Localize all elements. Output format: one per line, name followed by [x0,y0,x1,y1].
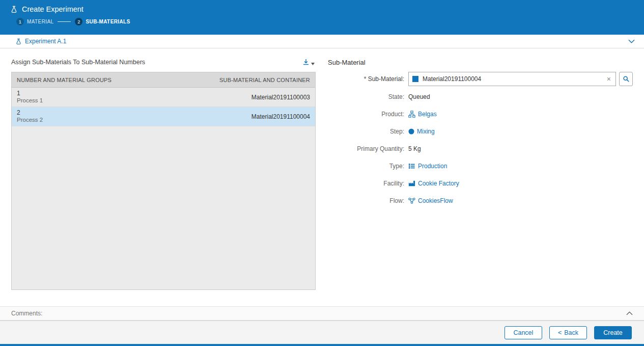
step-connector [58,21,71,22]
assignment-panel-title: Assign Sub-Materials To Sub-Material Num… [11,59,301,66]
step-sub-materials[interactable]: 2 SUB-MATERIALS [75,18,130,25]
wizard-stepper: 1 MATERIAL 2 SUB-MATERIALS [10,18,634,25]
download-icon [302,58,310,66]
clear-icon[interactable]: × [606,75,612,83]
flask-icon [10,6,18,13]
step-value: Mixing [417,128,435,135]
sub-material-input[interactable] [422,75,603,83]
back-button[interactable]: < Back [549,326,587,339]
chevron-up-icon[interactable] [626,311,633,315]
facility-link[interactable]: Cookie Factory [408,180,459,187]
flow-value: CookiesFlow [418,197,453,204]
primary-quantity-label: Primary Quantity: [328,145,404,152]
window-bottom-border [0,344,644,346]
main-content: Assign Sub-Materials To Sub-Material Num… [0,48,644,306]
product-link[interactable]: Belgas [408,111,437,118]
chevron-down-icon[interactable] [628,39,635,43]
detail-panel: Sub-Material * Sub-Material: × [328,48,633,306]
flask-icon [15,38,22,45]
row-number: 2 [17,109,193,116]
row-sub-material: Material20191100004 [198,113,315,120]
sub-material-input-wrap: × [408,72,616,86]
assignment-panel: Assign Sub-Materials To Sub-Material Num… [11,48,316,306]
product-value: Belgas [418,111,437,118]
search-button[interactable] [619,72,633,86]
hierarchy-icon [408,111,415,118]
table-row[interactable]: 1 Process 1 Material20191100003 [12,88,315,107]
step-material[interactable]: 1 MATERIAL [16,18,53,25]
magnifier-icon [623,75,630,83]
table-row-selected[interactable]: 2 Process 2 Material20191100004 [12,107,315,126]
sub-material-grid: NUMBER AND MATERIAL GROUPS SUB-MATERIAL … [11,72,316,290]
cancel-button[interactable]: Cancel [505,326,542,339]
create-experiment-window: Create Experiment 1 MATERIAL 2 SUB-MATER… [0,0,644,346]
row-number: 1 [17,90,193,97]
product-label: Product: [328,111,404,118]
grid-header: NUMBER AND MATERIAL GROUPS SUB-MATERIAL … [12,72,315,88]
circle-icon [408,128,414,135]
row-group: Process 1 [17,97,193,104]
flow-icon [408,197,415,204]
step-1-circle: 1 [16,18,24,25]
caret-down-icon [311,63,315,65]
type-value: Production [418,163,447,170]
comments-label: Comments: [11,310,626,317]
detail-panel-title: Sub-Material [328,57,633,68]
facility-label: Facility: [328,180,404,187]
footer: Cancel < Back Create [0,321,644,344]
state-value: Queued [408,93,430,100]
facility-value: Cookie Factory [418,180,459,187]
type-link[interactable]: Production [408,163,447,170]
comments-section[interactable]: Comments: [0,306,644,321]
step-label: Step: [328,128,404,135]
step-link[interactable]: Mixing [408,128,435,135]
back-button-label: Back [564,329,578,336]
list-icon [408,163,415,170]
factory-icon [408,180,415,187]
primary-quantity-value: 5 Kg [408,145,421,152]
material-icon [412,76,418,82]
column-header-number-groups[interactable]: NUMBER AND MATERIAL GROUPS [12,77,198,83]
header: Create Experiment 1 MATERIAL 2 SUB-MATER… [0,0,644,35]
sub-material-form: * Sub-Material: × State: Queued [328,72,633,212]
experiment-link[interactable]: Experiment A.1 [15,38,66,45]
step-2-circle: 2 [75,18,82,25]
type-label: Type: [328,163,404,170]
experiment-bar: Experiment A.1 [0,35,644,48]
grid-empty-area [12,126,315,289]
step-2-label: SUB-MATERIALS [86,19,130,24]
chevron-left-icon: < [558,329,562,336]
flow-link[interactable]: CookiesFlow [408,197,453,204]
row-group: Process 2 [17,117,193,124]
flow-label: Flow: [328,197,404,204]
page-title: Create Experiment [22,5,83,13]
sub-material-label: * Sub-Material: [328,75,404,83]
row-sub-material: Material20191100003 [198,94,315,101]
create-button[interactable]: Create [594,326,632,339]
step-1-label: MATERIAL [27,19,53,24]
export-button[interactable] [301,57,316,67]
state-label: State: [328,93,404,100]
column-header-sub-material[interactable]: SUB-MATERIAL AND CONTAINER [198,77,315,83]
experiment-name: Experiment A.1 [25,38,66,45]
